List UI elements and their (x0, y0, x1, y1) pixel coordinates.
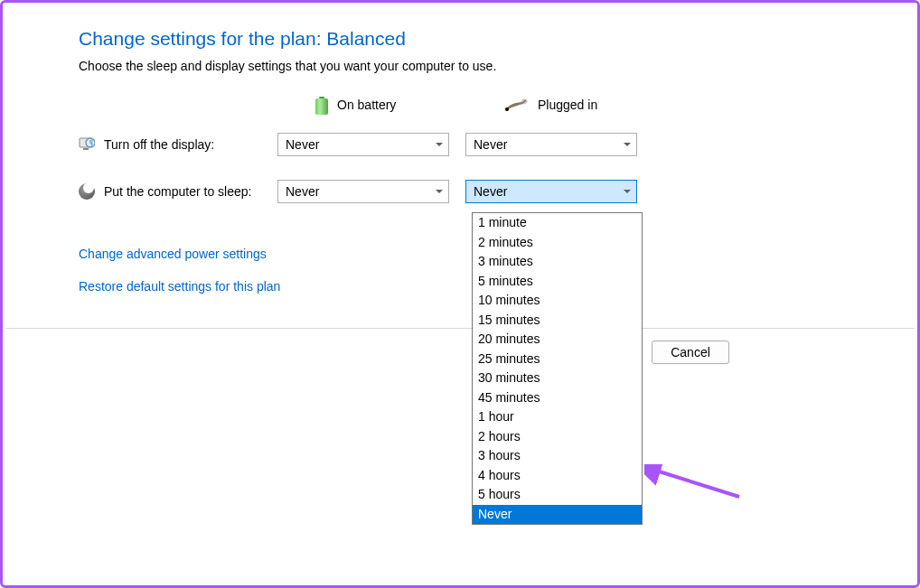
battery-column-header: On battery (315, 95, 503, 115)
display-plugged-select[interactable]: Never (465, 133, 637, 156)
display-plugged-value: Never (474, 137, 507, 152)
dropdown-option[interactable]: 30 minutes (473, 369, 642, 388)
cancel-button[interactable]: Cancel (652, 341, 729, 364)
sleep-plugged-dropdown-list: 1 minute 2 minutes 3 minutes 5 minutes 1… (472, 212, 643, 525)
page-subtitle: Choose the sleep and display settings th… (79, 59, 917, 73)
display-setting-row: Turn off the display: Never Never (79, 133, 917, 156)
dropdown-option[interactable]: 3 hours (473, 446, 642, 466)
chevron-down-icon (436, 143, 443, 146)
dropdown-option[interactable]: 5 minutes (473, 272, 642, 292)
dropdown-option[interactable]: 2 hours (473, 427, 642, 447)
dropdown-option[interactable]: 4 hours (473, 466, 642, 486)
dropdown-option[interactable]: 15 minutes (473, 311, 642, 331)
dropdown-option[interactable]: 45 minutes (473, 388, 642, 408)
chevron-down-icon (436, 190, 443, 193)
dropdown-option[interactable]: 2 minutes (473, 233, 642, 253)
dropdown-option-selected[interactable]: Never (473, 505, 642, 525)
dropdown-option[interactable]: 1 minute (473, 213, 642, 233)
arrow-annotation (644, 464, 744, 500)
battery-label: On battery (337, 98, 396, 112)
display-battery-value: Never (286, 137, 319, 152)
dropdown-option[interactable]: 1 hour (473, 407, 642, 427)
svg-line-7 (653, 470, 739, 497)
dropdown-option[interactable]: 20 minutes (473, 330, 642, 350)
sleep-battery-value: Never (286, 184, 319, 199)
plug-icon (503, 97, 529, 113)
display-battery-select[interactable]: Never (277, 133, 449, 156)
battery-icon (315, 95, 328, 115)
svg-point-2 (505, 107, 509, 111)
sleep-setting-row: Put the computer to sleep: Never Never (79, 180, 917, 203)
dropdown-option[interactable]: 5 hours (473, 485, 642, 505)
divider (5, 328, 915, 329)
sleep-plugged-select[interactable]: Never (465, 180, 637, 203)
sleep-plugged-value: Never (474, 184, 507, 199)
power-mode-header-row: On battery Plugged in (79, 95, 917, 115)
dropdown-option[interactable]: 25 minutes (473, 350, 642, 369)
chevron-down-icon (624, 143, 631, 146)
display-icon (79, 136, 95, 153)
display-setting-label: Turn off the display: (104, 137, 214, 152)
page-title: Change settings for the plan: Balanced (79, 28, 917, 50)
chevron-down-icon (624, 190, 631, 193)
svg-rect-4 (83, 148, 89, 150)
plugged-label: Plugged in (538, 98, 597, 112)
dropdown-option[interactable]: 10 minutes (473, 291, 642, 311)
sleep-setting-label: Put the computer to sleep: (104, 184, 251, 199)
plugged-column-header: Plugged in (503, 97, 691, 113)
dropdown-option[interactable]: 3 minutes (473, 252, 642, 272)
moon-icon (79, 183, 95, 200)
sleep-battery-select[interactable]: Never (277, 180, 449, 203)
